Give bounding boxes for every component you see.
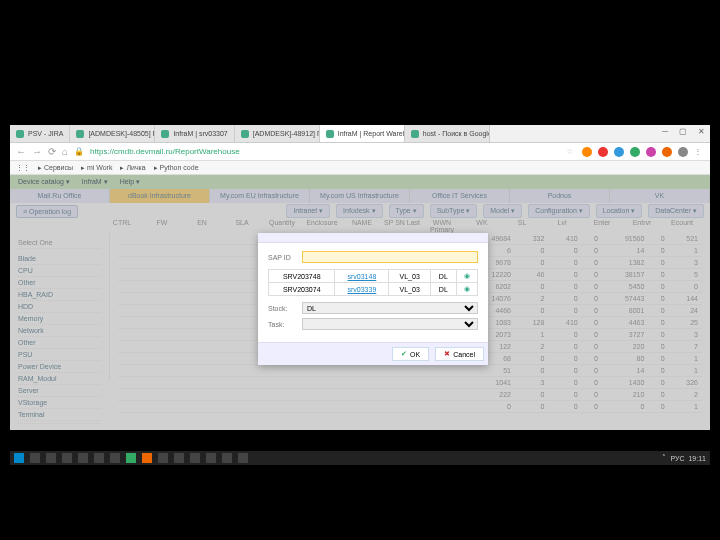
window-controls: ─ ▢ ✕ (658, 127, 708, 136)
stock-label: Stock: (268, 305, 296, 312)
browser-tab[interactable]: PSV - JIRA (10, 125, 70, 142)
favicon (411, 130, 419, 138)
dialog: SAP ID SRV203748srv03148VL_03DL◉SRV20307… (258, 233, 488, 365)
favicon (76, 130, 84, 138)
mfr-cell: DL (431, 283, 457, 296)
app-icon[interactable] (110, 453, 120, 463)
bookmark-item[interactable]: ▸ Личка (120, 164, 145, 172)
app-icon[interactable] (78, 453, 88, 463)
loc-cell: VL_03 (389, 270, 431, 283)
app-icon[interactable] (94, 453, 104, 463)
bookmark-item[interactable]: ▸ Сервисы (38, 164, 73, 172)
app-icon[interactable] (62, 453, 72, 463)
bookmark-bar: ⋮⋮▸ Сервисы▸ mi Work▸ Личка▸ Python code (10, 161, 710, 175)
server-link[interactable]: srv03339 (347, 286, 376, 293)
sapid-label: SAP ID (268, 254, 296, 261)
task-label: Task: (268, 321, 296, 328)
app-icon[interactable] (222, 453, 232, 463)
cancel-button[interactable]: ✖Cancel (435, 347, 484, 361)
url-text[interactable]: https://cmdb.devmail.ru/ReportWarehouse (90, 147, 240, 156)
ext-icon-3[interactable] (614, 147, 624, 157)
tab-title: [ADMDESK]-48505] Под... (88, 130, 155, 137)
tab-title: host - Поиск в Google (423, 130, 490, 137)
windows-taskbar[interactable]: ˄ РУС 19:11 (10, 451, 710, 465)
bookmark-item[interactable]: ▸ Python code (154, 164, 199, 172)
home-icon[interactable]: ⌂ (62, 146, 68, 157)
browser-tab[interactable]: InfraM | Report Wareh... (320, 125, 405, 142)
clock[interactable]: 19:11 (688, 455, 706, 462)
window-minimize-icon[interactable]: ─ (658, 127, 672, 136)
star-icon[interactable]: ☆ (566, 147, 576, 157)
browser-tab[interactable]: host - Поиск в Google (405, 125, 490, 142)
favicon (241, 130, 249, 138)
browser-tab[interactable]: InfraM | srv03307 (155, 125, 234, 142)
app-icon[interactable] (206, 453, 216, 463)
tab-title: [ADMDESK]-48912] Под... (253, 130, 320, 137)
tray-chevron-icon[interactable]: ˄ (662, 454, 666, 462)
ok-button[interactable]: ✔OK (392, 347, 429, 361)
bookmark-item[interactable]: ▸ mi Work (81, 164, 112, 172)
dialog-table: SRV203748srv03148VL_03DL◉SRV203074srv033… (268, 269, 478, 296)
menu-dots-icon[interactable]: ⋮ (694, 147, 704, 157)
tab-title: InfraM | srv03307 (173, 130, 227, 137)
address-bar: ← → ⟳ ⌂ 🔒 https://cmdb.devmail.ru/Report… (10, 143, 710, 161)
browser-tab[interactable]: [ADMDESK]-48912] Под... (235, 125, 320, 142)
dialog-row: SRV203074srv03339VL_03DL◉ (269, 283, 478, 296)
window-maximize-icon[interactable]: ▢ (676, 127, 690, 136)
reload-icon[interactable]: ⟳ (48, 146, 56, 157)
favicon (326, 130, 334, 138)
browser-tab[interactable]: [ADMDESK]-48505] Под... (70, 125, 155, 142)
apps-icon[interactable]: ⋮⋮ (16, 164, 30, 172)
ext-icon-1[interactable] (582, 147, 592, 157)
app-icon[interactable] (174, 453, 184, 463)
favicon (16, 130, 24, 138)
app-icon[interactable] (126, 453, 136, 463)
mfr-cell: DL (431, 270, 457, 283)
tab-title: PSV - JIRA (28, 130, 63, 137)
row-action-icon[interactable]: ◉ (464, 285, 470, 292)
ext-icon-7[interactable] (678, 147, 688, 157)
app-icon[interactable] (238, 453, 248, 463)
ext-icon-4[interactable] (630, 147, 640, 157)
lang-indicator[interactable]: РУС (670, 455, 684, 462)
tab-title: InfraM | Report Wareh... (338, 130, 405, 137)
search-icon[interactable] (30, 453, 40, 463)
server-link[interactable]: srv03148 (347, 273, 376, 280)
ext-icon-5[interactable] (646, 147, 656, 157)
nav-forward-icon[interactable]: → (32, 146, 42, 157)
app-icon[interactable] (190, 453, 200, 463)
sapid-input[interactable] (302, 251, 478, 263)
sap-cell: SRV203748 (269, 270, 335, 283)
start-icon[interactable] (14, 453, 24, 463)
system-tray[interactable]: ˄ РУС 19:11 (662, 454, 706, 462)
task-select[interactable] (302, 318, 478, 330)
extensions: ☆ ⋮ (566, 147, 704, 157)
dialog-footer: ✔OK ✖Cancel (258, 342, 488, 365)
stock-select[interactable]: DL (302, 302, 478, 314)
window-close-icon[interactable]: ✕ (694, 127, 708, 136)
lock-icon: 🔒 (74, 147, 84, 156)
dialog-row: SRV203748srv03148VL_03DL◉ (269, 270, 478, 283)
ext-icon-6[interactable] (662, 147, 672, 157)
app-icon[interactable] (142, 453, 152, 463)
sap-cell: SRV203074 (269, 283, 335, 296)
dialog-header[interactable] (258, 233, 488, 243)
row-action-icon[interactable]: ◉ (464, 272, 470, 279)
task-view-icon[interactable] (46, 453, 56, 463)
nav-back-icon[interactable]: ← (16, 146, 26, 157)
favicon (161, 130, 169, 138)
app-icon[interactable] (158, 453, 168, 463)
ext-icon-2[interactable] (598, 147, 608, 157)
browser-tabbar: PSV - JIRA[ADMDESK]-48505] Под...InfraM … (10, 125, 710, 143)
loc-cell: VL_03 (389, 283, 431, 296)
